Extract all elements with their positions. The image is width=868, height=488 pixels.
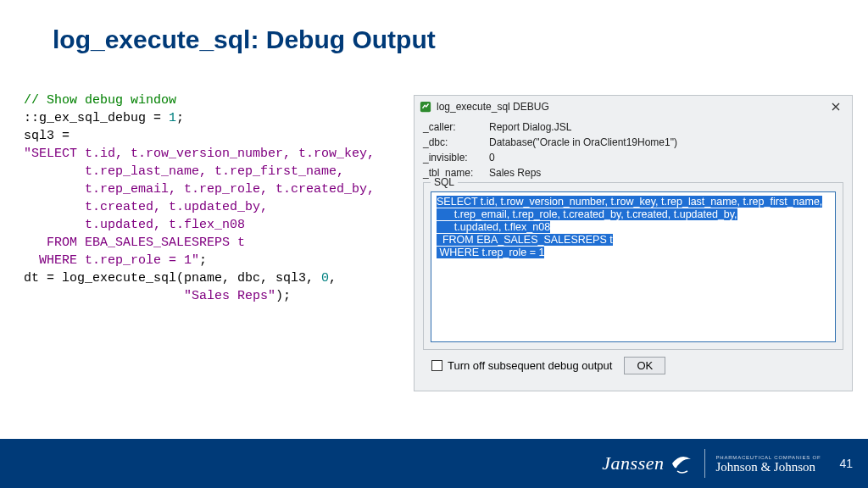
- code-string: t.created, t.updated_by,: [24, 200, 268, 214]
- field-key: _caller:: [423, 121, 489, 133]
- code-text: ,: [329, 271, 337, 286]
- field-key: _dbc:: [423, 136, 489, 148]
- ok-button[interactable]: OK: [624, 357, 665, 374]
- code-line: dt = log_execute_sql(pname, dbc, sql3,: [24, 271, 321, 286]
- field-value: 0: [489, 152, 495, 164]
- code-text: ;: [199, 253, 207, 268]
- code-string: t.rep_last_name, t.rep_first_name,: [24, 164, 344, 179]
- field-value: Sales Reps: [489, 167, 541, 179]
- dialog-client: _caller:Report Dialog.JSL _dbc:Database(…: [415, 118, 852, 380]
- app-icon: [420, 101, 431, 113]
- field-tblname: _tbl_name:Sales Reps: [423, 167, 843, 179]
- code-line: ::g_ex_sql_debug =: [24, 111, 169, 125]
- code-string: "Sales Reps": [184, 289, 275, 303]
- code-string: t.updated, t.flex_n08: [24, 218, 245, 232]
- checkbox-box: [431, 360, 442, 371]
- checkbox-label: Turn off subsequent debug output: [448, 359, 612, 372]
- slide-footer: Janssen PHARMACEUTICAL COMPANIES OF John…: [0, 439, 868, 488]
- jnj-script: Johnson & Johnson: [715, 461, 815, 473]
- sql-selected-line: t.updated, t.flex_n08: [437, 221, 550, 233]
- dialog-footer: Turn off subsequent debug output OK: [423, 350, 843, 374]
- field-invisible: _invisible:0: [423, 152, 843, 164]
- jnj-logo: PHARMACEUTICAL COMPANIES OF Johnson & Jo…: [715, 455, 821, 473]
- field-value: Report Dialog.JSL: [489, 121, 571, 133]
- turn-off-debug-checkbox[interactable]: Turn off subsequent debug output: [431, 359, 612, 372]
- brand-divider: [704, 449, 705, 478]
- sql-textbox[interactable]: SELECT t.id, t.row_version_number, t.row…: [431, 191, 836, 342]
- code-block: // Show debug window ::g_ex_sql_debug = …: [24, 92, 375, 305]
- slide-title: log_execute_sql: Debug Output: [53, 25, 436, 54]
- code-line: sql3 =: [24, 129, 70, 143]
- field-caller: _caller:Report Dialog.JSL: [423, 121, 843, 133]
- dialog-title: log_execute_sql DEBUG: [437, 101, 823, 113]
- sql-selected-line: SELECT t.id, t.row_version_number, t.row…: [437, 196, 822, 208]
- janssen-swoosh-icon: [669, 451, 694, 476]
- close-button[interactable]: [823, 97, 849, 116]
- sql-selected-line: FROM EBA_SALES_SALESREPS t: [437, 234, 613, 246]
- code-string: FROM EBA_SALES_SALESREPS t: [24, 236, 245, 250]
- dialog-titlebar[interactable]: log_execute_sql DEBUG: [415, 96, 852, 118]
- field-dbc: _dbc:Database("Oracle in OraClient19Home…: [423, 136, 843, 148]
- code-text: );: [275, 289, 291, 303]
- code-string: WHERE t.rep_role = 1": [24, 253, 199, 268]
- janssen-text: Janssen: [602, 452, 664, 474]
- page-number: 41: [839, 457, 853, 470]
- close-icon: [832, 103, 840, 111]
- code-string: t.rep_email, t.rep_role, t.created_by,: [24, 182, 375, 197]
- code-string: "SELECT t.id, t.row_version_number, t.ro…: [24, 147, 375, 161]
- janssen-logo: Janssen: [602, 451, 694, 476]
- sql-fieldset: SQL SELECT t.id, t.row_version_number, t…: [423, 182, 843, 350]
- field-key: _invisible:: [423, 152, 489, 164]
- sql-legend: SQL: [431, 176, 458, 188]
- sql-selected-line: t.rep_email, t.rep_role, t.created_by, t…: [437, 208, 737, 220]
- code-number: 1: [169, 111, 176, 125]
- code-comment: // Show debug window: [24, 93, 176, 108]
- code-line: [24, 289, 184, 303]
- debug-dialog: log_execute_sql DEBUG _caller:Report Dia…: [414, 95, 853, 391]
- jnj-tagline: PHARMACEUTICAL COMPANIES OF: [715, 455, 821, 460]
- field-value: Database("Oracle in OraClient19Home1"): [489, 136, 677, 148]
- code-number: 0: [321, 271, 329, 286]
- code-text: ;: [176, 111, 184, 125]
- sql-selected-line: WHERE t.rep_role = 1: [437, 247, 544, 258]
- slide: log_execute_sql: Debug Output // Show de…: [0, 0, 868, 488]
